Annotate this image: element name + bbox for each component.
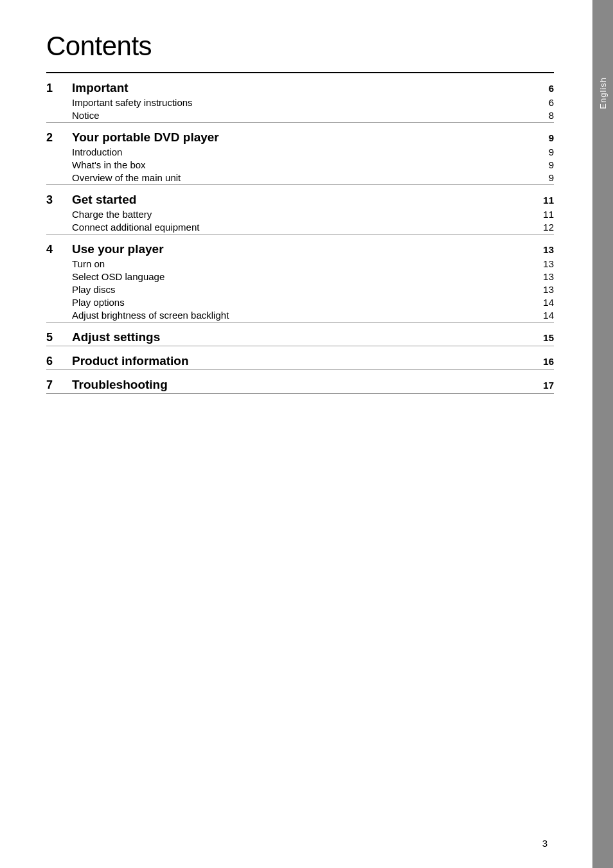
toc-sub-text: Adjust brightness of screen backlight [72,310,535,321]
toc-sub-page: 14 [535,310,554,321]
toc-sub-label: Introduction [72,146,122,157]
toc-heading-row-3: 3Get started11 [46,185,554,208]
section-heading-4: Use your player [72,242,164,256]
toc-sub-label: Turn on [72,258,105,269]
toc-heading-page-2: 9 [535,132,554,143]
toc-number-5: 5 [46,331,72,344]
toc-heading-text-2: Your portable DVD player [72,130,535,145]
toc-sub-row: Charge the battery11 [46,208,554,221]
toc-heading-row-5: 5Adjust settings15 [46,323,554,346]
toc-heading-text-7: Troubleshooting [72,378,535,392]
toc-sub-row: Overview of the main unit9 [46,172,554,184]
toc-heading-row-6: 6Product information16 [46,346,554,369]
toc-sub-page: 9 [535,146,554,157]
toc-heading-text-1: Important [72,81,535,95]
toc-sub-row: Turn on13 [46,258,554,270]
toc-sub-text: Play discs [72,284,535,296]
toc-sub-row: Important safety instructions6 [46,96,554,109]
toc-sub-label: What's in the box [72,159,146,170]
toc-sub-text: Play options [72,297,535,308]
section-heading-7: Troubleshooting [72,378,168,391]
toc-sub-text: Connect additional equipment [72,222,535,233]
toc-sub-page: 9 [535,172,554,183]
toc-sub-page: 8 [535,110,554,121]
toc-sub-label: Play options [72,297,125,308]
toc-heading-row-1: 1Important6 [46,73,554,96]
toc-heading-page-3: 11 [535,195,554,206]
toc-section-3: 3Get started11Charge the battery11Connec… [46,185,554,235]
toc-sub-page: 13 [535,258,554,269]
toc-heading-row-2: 2Your portable DVD player9 [46,123,554,146]
toc-sub-label: Adjust brightness of screen backlight [72,310,229,321]
toc-sub-text: Charge the battery [72,209,535,220]
sidebar: English [592,0,613,868]
toc-heading-row-7: 7Troubleshooting17 [46,370,554,393]
toc-number-1: 1 [46,82,72,95]
toc-sub-label: Notice [72,110,100,121]
toc-sub-page: 11 [535,209,554,220]
toc-sub-text: Introduction [72,146,535,158]
toc-heading-page-7: 17 [535,380,554,391]
toc-sub-label: Charge the battery [72,209,152,220]
toc-number-7: 7 [46,378,72,392]
toc-sub-text: What's in the box [72,159,535,171]
toc-table: 1Important6Important safety instructions… [46,73,554,394]
toc-heading-text-5: Adjust settings [72,330,535,344]
toc-section-7: 7Troubleshooting17 [46,370,554,394]
section-heading-1: Important [72,81,129,94]
toc-sub-page: 6 [535,97,554,108]
toc-heading-page-1: 6 [535,83,554,94]
toc-sub-row: What's in the box9 [46,159,554,172]
toc-number-6: 6 [46,355,72,368]
toc-number-3: 3 [46,193,72,207]
toc-heading-page-6: 16 [535,356,554,367]
toc-heading-page-5: 15 [535,332,554,343]
toc-section-4: 4Use your player13Turn on13Select OSD la… [46,235,554,323]
toc-heading-text-4: Use your player [72,242,535,256]
toc-sub-text: Notice [72,110,535,121]
toc-sub-text: Select OSD language [72,271,535,283]
toc-section-2: 2Your portable DVD player9Introduction9W… [46,123,554,185]
toc-sub-row: Notice8 [46,109,554,122]
page-title: Contents [46,31,554,62]
toc-sub-page: 13 [535,271,554,282]
toc-number-4: 4 [46,243,72,256]
toc-section-1: 1Important6Important safety instructions… [46,73,554,123]
toc-sub-row: Introduction9 [46,146,554,159]
toc-heading-page-4: 13 [535,244,554,255]
page-container: Contents 1Important6Important safety ins… [0,0,613,868]
toc-sub-page: 12 [535,222,554,233]
toc-sub-page: 13 [535,284,554,295]
sidebar-language-label: English [598,77,608,109]
toc-sub-page: 14 [535,297,554,308]
toc-sub-label: Play discs [72,284,116,295]
section-heading-2: Your portable DVD player [72,130,219,144]
toc-heading-text-3: Get started [72,193,535,207]
main-content: Contents 1Important6Important safety ins… [0,0,592,868]
toc-sub-text: Overview of the main unit [72,172,535,184]
toc-heading-text-6: Product information [72,354,535,368]
toc-sub-page: 9 [535,159,554,170]
toc-sub-label: Connect additional equipment [72,222,199,233]
toc-sub-label: Important safety instructions [72,97,193,108]
toc-sub-label: Select OSD language [72,271,164,282]
section-heading-3: Get started [72,193,136,206]
toc-sub-row: Adjust brightness of screen backlight14 [46,309,554,322]
toc-sub-label: Overview of the main unit [72,172,181,183]
toc-section-6: 6Product information16 [46,346,554,370]
section-heading-6: Product information [72,354,189,368]
toc-number-2: 2 [46,131,72,145]
toc-sub-text: Important safety instructions [72,97,535,109]
section-heading-5: Adjust settings [72,330,160,344]
page-number: 3 [542,838,547,849]
toc-sub-row: Play discs13 [46,283,554,296]
toc-sub-row: Connect additional equipment12 [46,221,554,234]
toc-section-5: 5Adjust settings15 [46,323,554,346]
toc-sub-row: Select OSD language13 [46,270,554,283]
toc-heading-row-4: 4Use your player13 [46,235,554,258]
toc-sub-text: Turn on [72,258,535,270]
toc-sub-row: Play options14 [46,296,554,309]
